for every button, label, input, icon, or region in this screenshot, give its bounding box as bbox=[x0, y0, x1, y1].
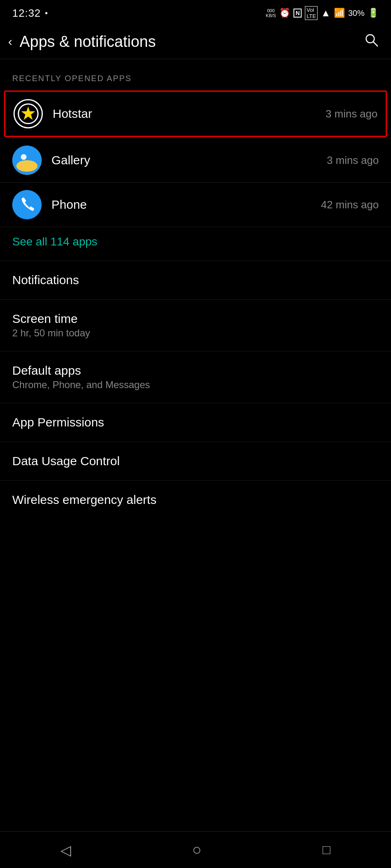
gallery-name: Gallery bbox=[51, 153, 327, 167]
battery-icon: 🔋 bbox=[368, 8, 379, 18]
data-usage-title: Data Usage Control bbox=[12, 454, 379, 468]
bottom-nav: ◁ ○ □ bbox=[0, 831, 391, 868]
menu-item-app-permissions[interactable]: App Permissions bbox=[0, 403, 391, 442]
home-nav-button[interactable]: ○ bbox=[192, 841, 202, 859]
signal-icon: 📶 bbox=[334, 8, 345, 18]
battery-percent: 30% bbox=[348, 9, 364, 18]
alarm-icon: ⏰ bbox=[279, 8, 290, 18]
default-apps-title: Default apps bbox=[12, 364, 379, 378]
phone-icon bbox=[12, 190, 42, 219]
menu-item-default-apps[interactable]: Default apps Chrome, Phone, and Messages bbox=[0, 351, 391, 403]
phone-time: 42 mins ago bbox=[321, 199, 379, 211]
volte-icon: VolLTE bbox=[305, 6, 318, 20]
status-left: 12:32 • bbox=[12, 7, 48, 20]
back-button[interactable]: ‹ bbox=[8, 35, 12, 49]
menu-item-screen-time[interactable]: Screen time 2 hr, 50 min today bbox=[0, 300, 391, 351]
default-apps-subtitle: Chrome, Phone, and Messages bbox=[12, 379, 379, 391]
svg-point-0 bbox=[366, 35, 374, 43]
search-button[interactable] bbox=[364, 33, 379, 51]
status-time: 12:32 bbox=[12, 7, 41, 20]
header-left: ‹ Apps & notifications bbox=[8, 33, 156, 51]
menu-item-notifications[interactable]: Notifications bbox=[0, 261, 391, 299]
phone-name: Phone bbox=[51, 198, 321, 212]
see-all-apps[interactable]: See all 114 apps bbox=[0, 227, 391, 261]
status-icons: 000 KB/S ⏰ N VolLTE ▲ 📶 30% 🔋 bbox=[266, 6, 379, 20]
gallery-icon bbox=[12, 146, 42, 175]
app-permissions-title: App Permissions bbox=[12, 415, 379, 429]
recents-nav-button[interactable]: □ bbox=[322, 842, 330, 857]
hotstar-icon bbox=[13, 99, 43, 128]
nfc-icon: N bbox=[293, 9, 302, 18]
wireless-alerts-title: Wireless emergency alerts bbox=[12, 493, 379, 507]
screen-time-subtitle: 2 hr, 50 min today bbox=[12, 327, 379, 339]
recently-opened-label: RECENTLY OPENED APPS bbox=[0, 59, 391, 90]
hotstar-name: Hotstar bbox=[53, 107, 326, 121]
svg-point-5 bbox=[16, 160, 38, 172]
status-dot: • bbox=[45, 9, 48, 18]
page-title: Apps & notifications bbox=[20, 33, 156, 51]
hotstar-time: 3 mins ago bbox=[326, 108, 378, 120]
screen-time-title: Screen time bbox=[12, 312, 379, 326]
app-item-hotstar[interactable]: Hotstar 3 mins ago bbox=[4, 91, 387, 137]
back-nav-button[interactable]: ◁ bbox=[60, 842, 71, 858]
menu-item-wireless-alerts[interactable]: Wireless emergency alerts bbox=[0, 481, 391, 519]
svg-line-1 bbox=[373, 42, 378, 46]
app-item-gallery[interactable]: Gallery 3 mins ago bbox=[0, 138, 391, 182]
menu-item-data-usage[interactable]: Data Usage Control bbox=[0, 442, 391, 480]
header: ‹ Apps & notifications bbox=[0, 24, 391, 59]
svg-point-6 bbox=[21, 154, 27, 160]
status-bar: 12:32 • 000 KB/S ⏰ N VolLTE ▲ 📶 30% 🔋 bbox=[0, 0, 391, 24]
bottom-spacer bbox=[0, 519, 391, 560]
wifi-icon: ▲ bbox=[321, 7, 331, 19]
notifications-title: Notifications bbox=[12, 273, 379, 287]
kbs-icon: 000 KB/S bbox=[266, 8, 276, 18]
app-item-phone[interactable]: Phone 42 mins ago bbox=[0, 183, 391, 227]
gallery-time: 3 mins ago bbox=[327, 154, 379, 167]
